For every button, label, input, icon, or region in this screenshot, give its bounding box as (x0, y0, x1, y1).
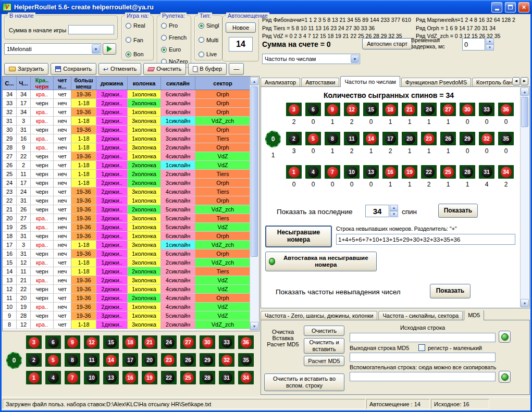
md5-calc-button[interactable]: Расчет MD5 (304, 356, 344, 366)
board-cell-13[interactable]: 13 (103, 371, 119, 384)
board-cell-23[interactable]: 23 (161, 353, 177, 367)
board-cell-34[interactable]: 34 (238, 371, 254, 384)
column-header[interactable]: колонка (128, 77, 161, 90)
board-cell-35[interactable]: 35 (238, 353, 254, 367)
radio-bon[interactable]: Bon (126, 51, 152, 57)
table-row[interactable]: 1631черннеч19-363дюжи..1колонка6сиклайнO… (3, 249, 251, 258)
lowercase-checkbox[interactable] (418, 344, 425, 351)
table-row[interactable]: 2231черннеч19-363дюжи..1колонка6сиклайнO… (3, 196, 251, 205)
new-shift-button[interactable]: Новое (226, 22, 256, 33)
board-cell-14[interactable]: 14 (103, 353, 119, 367)
board-cell-20[interactable]: 20 (142, 353, 157, 367)
md5-led-button-2[interactable] (499, 371, 511, 383)
spin-down-icon[interactable]: ▼ (390, 211, 398, 217)
column-header[interactable]: С... (3, 77, 17, 90)
table-row[interactable]: 2511черннеч1-181дюжи..2колонка2сиклайнTi… (3, 170, 251, 179)
table-row[interactable]: 1512кра..чет1-181дюжи..3колонка2сиклайнV… (3, 258, 251, 267)
panel-scrollbar[interactable]: ▲ ▼ (520, 88, 529, 307)
board-cell-24[interactable]: 24 (161, 335, 177, 349)
spins-input[interactable] (365, 205, 389, 217)
column-header[interactable]: большменш (71, 77, 96, 90)
tab-item[interactable]: Частота - сиклайны, сектора (378, 311, 463, 320)
table-row[interactable]: 2916кра..чет1-182дюжи..1колонка3сиклайнT… (3, 134, 251, 143)
tab-item[interactable]: MD5 (464, 310, 484, 320)
scroll-up-icon[interactable]: ▲ (521, 88, 529, 96)
minimize-button[interactable] (491, 2, 502, 13)
collapse-button[interactable]: — (229, 63, 244, 75)
table-row[interactable]: 313кра..неч1-181дюжи..3колонка1сиклайнVd… (3, 117, 251, 126)
md5-clear-paste-aux-button[interactable]: Очистить и вставить во вспом. строку (264, 373, 344, 391)
autospin-start-button[interactable]: Автоспин старт (362, 38, 412, 49)
board-cell-17[interactable]: 17 (122, 353, 138, 367)
scroll-up-icon[interactable]: ▲ (250, 77, 258, 85)
table-row[interactable]: 3234кра..чет19-363дюжи..1колонка6сиклайн… (3, 108, 251, 117)
table-row[interactable]: 289кра..неч1-181дюжи..3колонка2сиклайнOr… (3, 143, 251, 152)
table-row[interactable]: 262чернчет1-181дюжи..2колонка1сиклайнVdZ (3, 161, 251, 170)
tab-scroll-right-icon[interactable]: ► (521, 77, 528, 85)
table-row[interactable]: 2027кра..неч19-363дюжи..3колонка5сиклайн… (3, 214, 251, 223)
table-row[interactable]: 2417черннеч1-182дюжи..2колонка3сиклайнOr… (3, 179, 251, 188)
start-sum-input[interactable] (68, 25, 114, 34)
table-row[interactable]: 3317черннеч1-182дюжи..2колонка3сиклайнOr… (3, 99, 251, 108)
copy-buffer-button[interactable]: В буфер (188, 63, 227, 75)
board-cell-11[interactable]: 11 (84, 353, 100, 367)
table-row[interactable]: 3434кра..чет19-363дюжи..1колонка6сиклайн… (3, 90, 251, 99)
table-row[interactable]: 928чернчет19-363дюжи..1колонка5сиклайнVd… (3, 311, 251, 320)
md5-led-button-1[interactable] (499, 331, 511, 343)
board-cell-15[interactable]: 15 (103, 335, 119, 349)
table-row[interactable]: 1321кра..неч19-362дюжи..3колонка4сиклайн… (3, 276, 251, 285)
table-row[interactable]: 3031черннеч19-363дюжи..1колонка6сиклайнO… (3, 126, 251, 134)
table-row[interactable]: 1831черннеч19-363дюжи..1колонка6сиклайнO… (3, 232, 251, 241)
tab-item[interactable]: Частота - Zero, шансы, дюжины, колонки (261, 311, 377, 320)
table-row[interactable]: 1120чернчет19-362дюжи..2колонка4сиклайнO… (3, 294, 251, 303)
board-cell-7[interactable]: 7 (65, 371, 80, 384)
board-cell-36[interactable]: 36 (238, 335, 254, 349)
scroll-thumb[interactable] (251, 86, 258, 257)
board-cell-5[interactable]: 5 (45, 353, 61, 367)
tab-item[interactable]: Частоты по числам (340, 76, 400, 87)
radio-french[interactable]: French (161, 34, 190, 41)
chevron-down-icon[interactable]: ▼ (351, 55, 359, 63)
column-header[interactable]: четн... (54, 77, 71, 90)
spin-down-icon[interactable]: ▼ (486, 44, 494, 51)
spins-spinner[interactable]: ▲ ▼ (390, 205, 398, 217)
board-cell-26[interactable]: 26 (180, 353, 196, 367)
save-button[interactable]: Сохранить (51, 63, 96, 75)
table-row[interactable]: 173кра..неч1-181дюжи..3колонка1сиклайнVd… (3, 241, 251, 249)
board-cell-25[interactable]: 25 (180, 371, 196, 384)
board-cell-8[interactable]: 8 (65, 353, 80, 367)
column-header[interactable]: сектор (195, 77, 251, 90)
board-cell-30[interactable]: 30 (200, 335, 215, 349)
board-cell-16[interactable]: 16 (122, 371, 138, 384)
preset-combobox[interactable]: 1Melonati ▼ (4, 43, 101, 55)
show-no-freq-button[interactable]: Показать (430, 284, 471, 298)
scroll-down-icon[interactable]: ▼ (521, 299, 529, 307)
aux-string-input[interactable] (350, 372, 496, 381)
radio-pro[interactable]: Pro (161, 22, 190, 29)
md5-clear-button[interactable]: Очистить (304, 326, 344, 336)
table-row[interactable]: 2722чернчет19-362дюжи..1колонка4сиклайнV… (3, 152, 251, 161)
output-string-input[interactable] (350, 353, 496, 362)
load-button[interactable]: Загрузить (4, 63, 48, 75)
board-cell-29[interactable]: 29 (200, 353, 215, 367)
table-row[interactable]: 1411черннеч1-181дюжи..2колонка2сиклайнTi… (3, 267, 251, 276)
column-header[interactable]: Кра..черн (31, 77, 54, 90)
table-row[interactable]: 2324чернчет19-362дюжи..3колонка4сиклайнT… (3, 188, 251, 196)
board-cell-12[interactable]: 12 (84, 335, 100, 349)
radio-euro[interactable]: Euro (161, 46, 190, 53)
close-button[interactable]: × (518, 2, 529, 13)
board-cell-1[interactable]: 1 (26, 371, 42, 384)
board-cell-4[interactable]: 4 (45, 371, 61, 384)
autobet-unplayed-button[interactable]: Автоставка на несыгравшие номера (265, 252, 377, 271)
radio-singl[interactable]: Singl (199, 22, 221, 29)
spin-up-icon[interactable]: ▲ (390, 205, 398, 211)
delay-spinner[interactable]: ▲ ▼ (486, 38, 494, 51)
play-button[interactable] (103, 43, 116, 55)
board-cell-6[interactable]: 6 (45, 335, 61, 349)
scroll-track[interactable] (521, 96, 529, 299)
maximize-button[interactable] (505, 2, 516, 13)
board-cell-10[interactable]: 10 (84, 371, 100, 384)
table-row[interactable]: 2126чернчет19-363дюжи..2колонка5сиклайнV… (3, 205, 251, 214)
titlebar[interactable]: V HelperRoullet 5.6- create helperroulle… (0, 0, 532, 14)
md5-clear-paste-button[interactable]: Очистить и вставить (304, 338, 344, 354)
